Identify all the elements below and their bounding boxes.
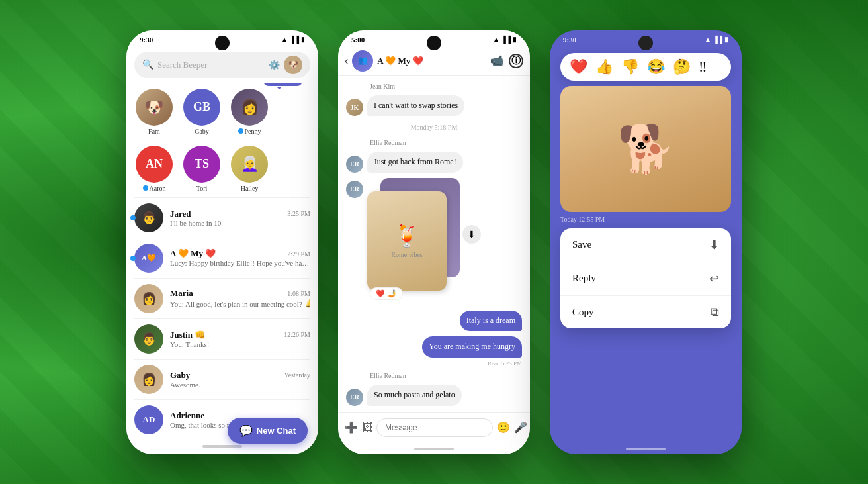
chat-header-title: A 🧡 My ❤️ [377, 56, 486, 66]
gaby-preview: Awesome. [170, 381, 310, 389]
adrienne-avatar: AD [134, 405, 163, 434]
new-chat-label: New Chat [257, 426, 296, 436]
maria-name: Maria [170, 288, 193, 299]
battery-icon-2: ▮ [513, 36, 517, 43]
search-bar[interactable]: 🔍 Search Beeper ⚙️ 🐶 [134, 52, 310, 78]
wifi-icon-1: ▲ [281, 36, 288, 43]
home-indicator-3 [626, 448, 666, 450]
video-call-button[interactable]: 📹 [490, 54, 503, 67]
notch-1 [215, 36, 230, 50]
chat-screen: 5:00 ▲ ▐▐ ▮ ‹ 👥 A 🧡 My ❤️ 📹 ⓘ Jean Kim J… [338, 30, 530, 454]
chat-item-maria[interactable]: 👩 Maria 1:08 PM You: All good, let's pla… [126, 279, 318, 318]
reaction-heart[interactable]: ❤️ [570, 58, 587, 75]
story-gaby[interactable]: GB Gaby [182, 89, 222, 135]
chat-item-group[interactable]: A🧡 A 🧡 My ❤️ 2:29 PM Lucy: Happy birthda… [126, 238, 318, 278]
story-aaron[interactable]: AN Aaron [134, 146, 174, 192]
img-front: 🍹 Rome vibes [367, 191, 447, 291]
bubble-ellie-2: So much pasta and gelato [367, 385, 462, 406]
chat-item-gaby[interactable]: 👩 Gaby Yesterday Awesome. [126, 360, 318, 399]
wifi-icon-3: ▲ [705, 36, 711, 43]
time-1: 9:30 [140, 36, 153, 44]
read-receipt: Read 5:23 PM [346, 360, 522, 367]
jared-name: Jared [170, 209, 191, 219]
notch-3 [638, 36, 653, 50]
dog-photo: 🐕 [560, 86, 731, 212]
reply-icon: ↩ [709, 271, 719, 286]
chat-list-screen: 9:30 ▲ ▐▐ ▮ 🔍 Search Beeper ⚙️ 🐶 🐶 Fam G… [126, 30, 318, 454]
wifi-icon-2: ▲ [493, 36, 499, 43]
reaction-think[interactable]: 🤔 [673, 58, 691, 75]
chat-item-justin[interactable]: 👨 Justin 👊 12:26 PM You: Thanks! [126, 319, 318, 359]
input-area: ➕ 🖼 🙂 🎤 [338, 412, 530, 442]
status-icons-3: ▲ ▐▐ ▮ [705, 36, 728, 43]
context-save[interactable]: Save ⬇ [560, 228, 731, 262]
adrienne-name: Adrienne [170, 411, 204, 421]
story-row-2: AN Aaron TS Tori 👩‍🦳 Hailey [126, 140, 318, 197]
ellie-avatar-img: ER [346, 181, 363, 198]
back-button[interactable]: ‹ [345, 55, 348, 67]
emoji-button[interactable]: 🙂 [497, 421, 510, 434]
context-reply[interactable]: Reply ↩ [560, 262, 731, 296]
bubble-ellie-1: Just got back from Rome! [367, 152, 463, 173]
message-input[interactable] [376, 418, 493, 437]
hailey-label: Hailey [241, 185, 259, 192]
maria-preview: You: All good, let's plan in our meeting… [170, 299, 310, 309]
reaction-laugh[interactable]: 😂 [647, 58, 665, 75]
home-indicator-2 [414, 448, 454, 450]
story-hailey[interactable]: 👩‍🦳 Hailey [230, 146, 269, 192]
penny-avatar: 👩 [231, 89, 268, 126]
settings-button[interactable]: ⚙️ [269, 60, 280, 70]
download-button[interactable]: ⬇ [462, 225, 481, 244]
fam-label: Fam [148, 128, 160, 135]
image-reaction-bar: ❤️ 🤳 [370, 287, 403, 300]
unread-dot-group [130, 256, 136, 261]
context-screen: 9:30 ▲ ▐▐ ▮ ❤️ 👍 👎 😂 🤔 ‼️ 🐕 Today 12:55 … [550, 30, 742, 454]
search-placeholder: Search Beeper [157, 60, 207, 70]
phone-3: 9:30 ▲ ▐▐ ▮ ❤️ 👍 👎 😂 🤔 ‼️ 🐕 Today 12:55 … [550, 30, 742, 454]
justin-name: Justin 👊 [170, 330, 205, 340]
info-button[interactable]: ⓘ [509, 54, 523, 68]
ellie-avatar-2: ER [346, 389, 363, 406]
photo-timestamp: Today 12:55 PM [560, 216, 731, 223]
status-icons-2: ▲ ▐▐ ▮ [493, 36, 517, 43]
user-avatar[interactable]: 🐶 [284, 56, 302, 74]
attach-button[interactable]: ➕ [345, 421, 358, 434]
jared-preview: I'll be home in 10 [170, 219, 310, 227]
story-penny[interactable]: 👩 Penny Welcome toblue bubbles! [230, 89, 269, 135]
time-2: 5:00 [351, 36, 365, 44]
story-tori[interactable]: TS Tori [182, 146, 222, 192]
message-row-ellie-1: ER Just got back from Rome! [346, 152, 522, 173]
context-copy[interactable]: Copy ⧉ [560, 296, 731, 328]
tori-label: Tori [196, 185, 208, 192]
photo-message: 🐕 [560, 86, 731, 212]
jared-time: 3:25 PM [287, 210, 310, 217]
chat-header-avatar: 👥 [352, 50, 373, 72]
copy-label: Copy [572, 307, 594, 318]
header-icons: 📹 ⓘ [490, 54, 523, 68]
bubble-jean: I can't wait to swap stories [367, 95, 464, 117]
time-3: 9:30 [563, 36, 576, 44]
emoji-reaction-bar: ❤️ 👍 👎 😂 🤔 ‼️ [560, 53, 731, 81]
reaction-exclaim[interactable]: ‼️ [699, 58, 707, 75]
signal-icon-1: ▐▐ [290, 36, 299, 43]
gaby-info: Gaby Yesterday Awesome. [170, 370, 310, 389]
reaction-heart: ❤️ [376, 289, 385, 298]
gaby-story-label: Gaby [195, 128, 209, 135]
message-row-right-1: Italy is a dream [346, 311, 522, 332]
story-fam[interactable]: 🐶 Fam [134, 89, 174, 135]
sender-jean: Jean Kim [370, 83, 522, 90]
justin-info: Justin 👊 12:26 PM You: Thanks! [170, 330, 310, 348]
voice-button[interactable]: 🎤 [514, 421, 527, 434]
chat-item-jared[interactable]: 👨 Jared 3:25 PM I'll be home in 10 [126, 198, 318, 238]
reaction-thumbs-down[interactable]: 👎 [621, 58, 639, 75]
save-icon: ⬇ [709, 238, 719, 252]
new-chat-button[interactable]: 💬 New Chat [228, 418, 308, 444]
signal-icon-3: ▐▐ [713, 36, 722, 43]
messages-area: Jean Kim JK I can't wait to swap stories… [338, 76, 530, 412]
reaction-thumbs-up[interactable]: 👍 [595, 58, 613, 75]
group-name: A 🧡 My ❤️ [170, 248, 216, 259]
home-indicator-1 [202, 445, 242, 448]
media-button[interactable]: 🖼 [362, 422, 372, 434]
new-chat-icon: 💬 [239, 424, 253, 437]
group-time: 2:29 PM [287, 250, 310, 258]
